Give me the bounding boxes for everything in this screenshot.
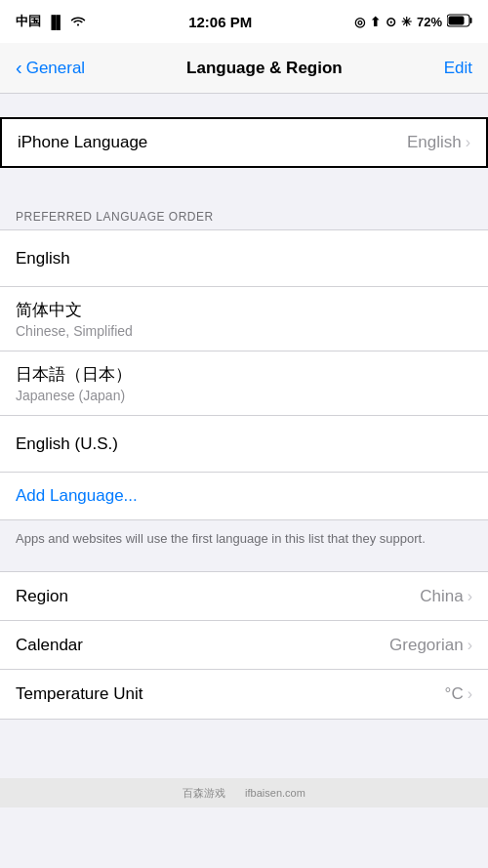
bottom-gap <box>0 720 488 778</box>
language-item-japanese[interactable]: 日本語（日本） Japanese (Japan) <box>0 351 488 416</box>
carrier-text: 中国 <box>16 13 41 30</box>
gap-3 <box>0 561 488 571</box>
temperature-value: °C <box>445 684 464 704</box>
back-label: General <box>26 59 85 78</box>
region-row[interactable]: Region China › <box>0 572 488 621</box>
temperature-row[interactable]: Temperature Unit °C › <box>0 670 488 719</box>
arrow-icon: ⬆ <box>370 15 381 29</box>
temperature-value-group: °C › <box>445 684 472 704</box>
footer-note: Apps and websites will use the first lan… <box>0 520 488 561</box>
status-bar-right: ◎ ⬆ ⊙ ✳ 72% <box>354 14 472 30</box>
region-value: China <box>420 587 463 606</box>
svg-rect-1 <box>470 18 472 23</box>
svg-rect-2 <box>449 16 465 24</box>
iphone-language-label: iPhone Language <box>18 133 147 152</box>
language-primary-2: 日本語（日本） <box>16 363 472 386</box>
region-settings: Region China › Calendar Gregorian › Temp… <box>0 571 488 720</box>
watermark-bar: 百森游戏 ifbaisen.com <box>0 778 488 807</box>
watermark-url: ifbaisen.com <box>245 787 305 799</box>
signal-icon: ▐▌ <box>47 15 64 29</box>
clock-icon: ⊙ <box>386 15 396 29</box>
page-title: Language & Region <box>186 59 343 78</box>
watermark-left: 百森游戏 <box>183 786 225 801</box>
nav-bar: ‹ General Language & Region Edit <box>0 43 488 94</box>
gap-1 <box>0 94 488 105</box>
wifi-icon <box>70 15 86 29</box>
gap-2 <box>0 168 488 202</box>
status-bar-left: 中国 ▐▌ <box>16 13 86 30</box>
language-item-english[interactable]: English <box>0 230 488 287</box>
iphone-language-value-group: English › <box>407 133 470 152</box>
iphone-language-row[interactable]: iPhone Language English › <box>2 119 486 166</box>
iphone-language-card: iPhone Language English › <box>0 117 488 168</box>
bluetooth-icon: ✳ <box>401 15 412 29</box>
language-secondary-1: Chinese, Simplified <box>16 323 472 339</box>
region-chevron-icon: › <box>468 588 472 605</box>
language-primary-3: English (U.S.) <box>16 434 472 454</box>
location-icon: ◎ <box>354 15 365 29</box>
region-value-group: China › <box>420 587 472 606</box>
preferred-language-header: PREFERRED LANGUAGE ORDER <box>0 202 488 229</box>
calendar-label: Calendar <box>16 636 83 655</box>
language-list: English 简体中文 Chinese, Simplified 日本語（日本）… <box>0 229 488 520</box>
battery-icon <box>447 14 472 30</box>
edit-button[interactable]: Edit <box>444 59 472 78</box>
battery-text: 72% <box>417 15 442 29</box>
calendar-value: Gregorian <box>389 636 464 655</box>
back-chevron-icon: ‹ <box>16 58 22 77</box>
calendar-row[interactable]: Calendar Gregorian › <box>0 621 488 670</box>
region-label: Region <box>16 587 68 606</box>
status-bar-time: 12:06 PM <box>188 14 252 30</box>
language-secondary-2: Japanese (Japan) <box>16 388 472 403</box>
language-item-chinese[interactable]: 简体中文 Chinese, Simplified <box>0 287 488 351</box>
iphone-language-chevron-icon: › <box>466 134 470 151</box>
language-item-english-us[interactable]: English (U.S.) <box>0 416 488 473</box>
temperature-label: Temperature Unit <box>16 684 142 704</box>
calendar-chevron-icon: › <box>468 637 472 654</box>
iphone-language-value: English <box>407 133 462 152</box>
add-language-row[interactable]: Add Language... <box>0 473 488 519</box>
language-primary-1: 简体中文 <box>16 299 472 321</box>
back-button[interactable]: ‹ General <box>16 59 85 78</box>
temperature-chevron-icon: › <box>468 685 472 703</box>
add-language-label: Add Language... <box>16 486 138 506</box>
status-bar: 中国 ▐▌ 12:06 PM ◎ ⬆ ⊙ ✳ 72% <box>0 0 488 43</box>
language-primary-0: English <box>16 249 472 269</box>
calendar-value-group: Gregorian › <box>389 636 472 655</box>
